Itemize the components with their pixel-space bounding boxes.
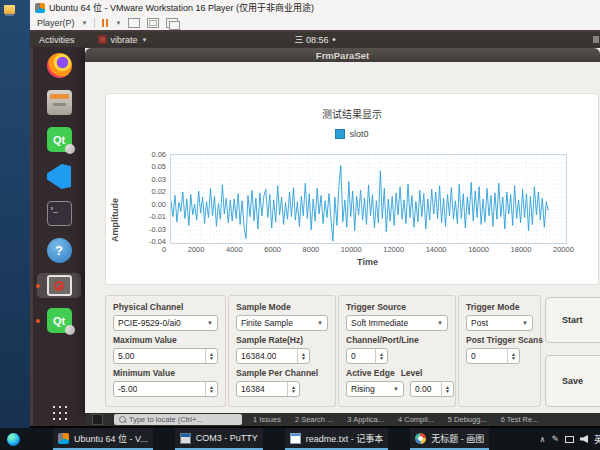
frmparaset-window: FrmParaSet 测试结果显示 slot0 Amplitude 0.060.… [85,48,600,413]
field-label-physical-channel: Physical Channel [113,302,218,312]
dock-item-qt-creator[interactable]: Qt [37,125,81,154]
ubuntu-dock: Qt›_?Qt [33,47,85,426]
volume-icon[interactable] [580,435,588,443]
dock-item-firefox[interactable] [37,51,81,80]
taskbar-button[interactable]: Ubuntu 64 位 - V... [53,428,153,450]
spinner-buttons[interactable]: ▲▼ [287,382,299,396]
tray-chevron-icon[interactable]: ∧ [540,435,546,444]
taskbar-button[interactable]: COM3 - PuTTY [175,428,263,450]
terminal-icon: ›_ [47,201,72,226]
output-pane-button[interactable]: 4 Compil... [398,415,434,424]
pair-controls: Rising▼0.00▲▼ [346,381,448,397]
y-tick-label: -0.01 [149,212,166,221]
ime-indicator[interactable]: 英 [594,433,600,446]
display-icon[interactable] [565,436,574,443]
dock-item-terminal[interactable]: ›_ [37,199,81,228]
control-level[interactable]: 0.00▲▼ [410,381,454,397]
dropdown-caret-icon: ▼ [317,320,327,326]
spinner-buttons[interactable]: ▲▼ [205,349,217,363]
spinner-buttons[interactable]: ▲▼ [297,349,309,363]
pause-vm-icon[interactable] [102,19,108,27]
start-button[interactable]: Start [545,297,600,343]
system-indicator-icon[interactable] [593,36,599,43]
fullscreen-icon[interactable] [147,18,159,28]
unity-mode-icon[interactable] [166,18,178,28]
control-sample-mode[interactable]: Finite Sample▼ [236,315,328,331]
output-pane-button[interactable]: 3 Applica... [347,415,384,424]
control-post-trigger-scans[interactable]: 0▲▼ [466,348,520,364]
x-tick-label: 18000 [511,245,532,254]
legend-label: slot0 [349,129,368,139]
physical-channel-value: PCIE-9529-0/ai0 [118,318,181,328]
frmparaset-title: FrmParaSet [316,50,369,61]
power-menu-caret-icon[interactable]: ▼ [115,20,121,26]
dock-item-help[interactable]: ? [37,236,81,265]
x-tick-label: 2000 [188,245,205,254]
save-button[interactable]: Save [545,355,600,407]
trigger-source-value: Soft Immediate [351,318,408,328]
app-menu-label: vibrate [111,35,138,45]
frmparaset-titlebar[interactable]: FrmParaSet [85,48,600,62]
putty-icon [180,433,191,444]
chart-legend[interactable]: slot0 [106,129,598,139]
field-label: Active Edge [346,368,395,378]
qtcreator-locator[interactable]: Type to locate (Ctrl+... [114,414,242,425]
player-menu[interactable]: Player(P) [37,18,75,28]
dropdown-caret-icon: ▼ [437,320,447,326]
dock-item-running-app-blocked[interactable] [37,273,81,298]
control-minimum-value[interactable]: -5.00▲▼ [113,381,218,397]
vmware-titlebar[interactable]: Ubuntu 64 位 - VMware Workstation 16 Play… [30,0,600,15]
control-active-edge[interactable]: Rising▼ [346,381,404,397]
y-tick-label: 0.00 [151,200,166,209]
control-maximum-value[interactable]: 5.00▲▼ [113,348,218,364]
send-ctrl-alt-del-icon[interactable] [128,18,140,28]
chart-panel: 测试结果显示 slot0 Amplitude 0.060.050.030.020… [105,93,599,285]
control-sample-rate[interactable]: 16384.00▲▼ [236,348,310,364]
dock-item-show-apps[interactable] [37,402,81,422]
x-tick-label: 10000 [341,245,362,254]
activities-button[interactable]: Activities [30,35,84,45]
output-pane-button[interactable]: 1 Issues [253,415,281,424]
output-pane-button[interactable]: 5 Debugg... [448,415,487,424]
qtcreator-mode-icon[interactable] [92,414,103,425]
pen-input-icon[interactable]: ✎ [551,434,559,444]
control-channel-port-line[interactable]: 0▲▼ [346,348,388,364]
focused-app-menu[interactable]: vibrate ▼ [98,35,148,45]
spinner-buttons[interactable]: ▲▼ [205,382,217,396]
taskbar-button[interactable]: 无标题 - 画图 [410,428,489,450]
field-label-trigger-source: Trigger Source [346,302,448,312]
dock-item-qt-app[interactable]: Qt [37,306,81,335]
dropdown-caret-icon: ▼ [393,386,403,392]
control-physical-channel[interactable]: PCIE-9529-0/ai0▼ [113,315,218,331]
x-tick-label: 8000 [303,245,320,254]
windows-desktop-icon[interactable] [4,5,15,14]
field-label-trigger-mode: Trigger Mode [466,302,533,312]
sample-rate-value: 16384.00 [241,351,276,361]
spinner-buttons[interactable]: ▲▼ [375,349,387,363]
spinner-buttons[interactable]: ▲▼ [441,382,453,396]
output-pane-button[interactable]: 6 Test Re... [501,415,539,424]
taskbar-button-label: COM3 - PuTTY [196,433,258,443]
control-trigger-source[interactable]: Soft Immediate▼ [346,315,448,331]
ubuntu-topbar: Activities vibrate ▼ 三 08:56 [30,32,600,47]
x-tick-label: 12000 [383,245,404,254]
firefox-icon [47,53,72,78]
legend-swatch-icon [335,129,345,139]
taskbar-button-label: readme.txt - 记事本 [306,432,384,445]
field-label-sample-mode: Sample Mode [236,302,328,312]
edge-icon[interactable] [7,433,20,446]
output-pane-button[interactable]: 2 Search ... [295,415,333,424]
dock-item-files[interactable] [37,88,81,117]
windows-taskbar: Ubuntu 64 位 - V...COM3 - PuTTYreadme.txt… [0,428,600,450]
running-indicator-icon [36,284,40,288]
player-menu-caret-icon[interactable]: ▼ [82,20,88,26]
control-sample-per-channel[interactable]: 16384▲▼ [236,381,300,397]
taskbar-button[interactable]: readme.txt - 记事本 [285,428,389,450]
clock[interactable]: 三 08:56 [294,33,335,46]
control-trigger-mode[interactable]: Post▼ [466,315,533,331]
spinner-buttons[interactable]: ▲▼ [507,349,519,363]
dock-item-vscode[interactable] [37,162,81,191]
dropdown-caret-icon: ▼ [207,320,217,326]
plot-area[interactable] [170,154,567,244]
running-indicator-icon [36,319,40,323]
